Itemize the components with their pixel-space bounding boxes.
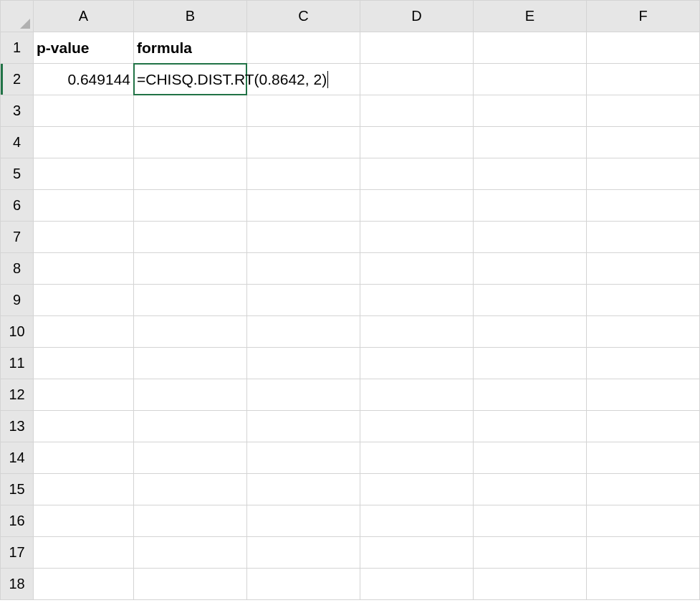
cell-D13[interactable]	[360, 411, 474, 442]
cell-A16[interactable]	[34, 505, 134, 537]
cell-B5[interactable]	[134, 158, 247, 190]
cell-E9[interactable]	[474, 285, 587, 316]
cell-B14[interactable]	[134, 442, 247, 474]
cell-F9[interactable]	[587, 285, 700, 316]
cell-C9[interactable]	[247, 285, 360, 316]
cell-E18[interactable]	[474, 569, 587, 600]
cell-A5[interactable]	[34, 158, 134, 190]
cell-F3[interactable]	[587, 95, 700, 127]
cell-D4[interactable]	[360, 127, 474, 158]
cell-B11[interactable]	[134, 348, 247, 379]
cell-E12[interactable]	[474, 379, 587, 411]
cell-E8[interactable]	[474, 253, 587, 285]
cell-E1[interactable]	[474, 32, 587, 64]
cell-C11[interactable]	[247, 348, 360, 379]
cell-A15[interactable]	[34, 474, 134, 505]
cell-C16[interactable]	[247, 505, 360, 537]
row-header-3[interactable]: 3	[1, 95, 34, 127]
cell-E10[interactable]	[474, 316, 587, 348]
cell-D18[interactable]	[360, 569, 474, 600]
cell-A4[interactable]	[34, 127, 134, 158]
cell-B6[interactable]	[134, 190, 247, 222]
cell-B10[interactable]	[134, 316, 247, 348]
cell-E2[interactable]	[474, 64, 587, 95]
column-header-A[interactable]: A	[34, 1, 134, 32]
cell-C17[interactable]	[247, 537, 360, 569]
cell-D17[interactable]	[360, 537, 474, 569]
cell-D5[interactable]	[360, 158, 474, 190]
cell-D12[interactable]	[360, 379, 474, 411]
cell-D16[interactable]	[360, 505, 474, 537]
cell-D15[interactable]	[360, 474, 474, 505]
cell-C10[interactable]	[247, 316, 360, 348]
column-header-E[interactable]: E	[474, 1, 587, 32]
cell-C14[interactable]	[247, 442, 360, 474]
row-header-14[interactable]: 14	[1, 442, 34, 474]
cell-D9[interactable]	[360, 285, 474, 316]
cell-C15[interactable]	[247, 474, 360, 505]
row-header-16[interactable]: 16	[1, 505, 34, 537]
cell-A6[interactable]	[34, 190, 134, 222]
cell-D2[interactable]	[360, 64, 474, 95]
cell-D14[interactable]	[360, 442, 474, 474]
cell-A7[interactable]	[34, 222, 134, 253]
cell-D11[interactable]	[360, 348, 474, 379]
cell-F7[interactable]	[587, 222, 700, 253]
cell-F18[interactable]	[587, 569, 700, 600]
cell-E6[interactable]	[474, 190, 587, 222]
cell-A14[interactable]	[34, 442, 134, 474]
column-header-C[interactable]: C	[247, 1, 360, 32]
cell-A3[interactable]	[34, 95, 134, 127]
cell-F11[interactable]	[587, 348, 700, 379]
cell-F1[interactable]	[587, 32, 700, 64]
cell-C18[interactable]	[247, 569, 360, 600]
row-header-5[interactable]: 5	[1, 158, 34, 190]
row-header-7[interactable]: 7	[1, 222, 34, 253]
cell-F16[interactable]	[587, 505, 700, 537]
cell-F5[interactable]	[587, 158, 700, 190]
cell-B9[interactable]	[134, 285, 247, 316]
cell-E17[interactable]	[474, 537, 587, 569]
cell-B4[interactable]	[134, 127, 247, 158]
cell-D6[interactable]	[360, 190, 474, 222]
cell-B15[interactable]	[134, 474, 247, 505]
cell-C13[interactable]	[247, 411, 360, 442]
cell-A18[interactable]	[34, 569, 134, 600]
cell-B2[interactable]: =CHISQ.DIST.RT(0.8642, 2)	[134, 64, 247, 95]
cell-E7[interactable]	[474, 222, 587, 253]
cell-A10[interactable]	[34, 316, 134, 348]
cell-F15[interactable]	[587, 474, 700, 505]
cell-C12[interactable]	[247, 379, 360, 411]
cell-B12[interactable]	[134, 379, 247, 411]
cell-F17[interactable]	[587, 537, 700, 569]
cell-B8[interactable]	[134, 253, 247, 285]
cell-B7[interactable]	[134, 222, 247, 253]
spreadsheet-grid[interactable]: A B C D E F 1 p-value formula 2 0.649144…	[0, 0, 700, 600]
cell-F2[interactable]	[587, 64, 700, 95]
cell-A12[interactable]	[34, 379, 134, 411]
cell-E4[interactable]	[474, 127, 587, 158]
cell-C1[interactable]	[247, 32, 360, 64]
select-all-corner[interactable]	[1, 1, 34, 32]
cell-E16[interactable]	[474, 505, 587, 537]
row-header-2[interactable]: 2	[1, 64, 34, 95]
row-header-4[interactable]: 4	[1, 127, 34, 158]
cell-F6[interactable]	[587, 190, 700, 222]
row-header-18[interactable]: 18	[1, 569, 34, 600]
cell-B16[interactable]	[134, 505, 247, 537]
cell-D7[interactable]	[360, 222, 474, 253]
cell-C4[interactable]	[247, 127, 360, 158]
cell-D1[interactable]	[360, 32, 474, 64]
cell-E3[interactable]	[474, 95, 587, 127]
cell-E5[interactable]	[474, 158, 587, 190]
row-header-10[interactable]: 10	[1, 316, 34, 348]
cell-A1[interactable]: p-value	[34, 32, 134, 64]
cell-D8[interactable]	[360, 253, 474, 285]
cell-A2[interactable]: 0.649144	[34, 64, 134, 95]
cell-B3[interactable]	[134, 95, 247, 127]
cell-D10[interactable]	[360, 316, 474, 348]
row-header-12[interactable]: 12	[1, 379, 34, 411]
cell-A11[interactable]	[34, 348, 134, 379]
column-header-F[interactable]: F	[587, 1, 700, 32]
cell-A17[interactable]	[34, 537, 134, 569]
